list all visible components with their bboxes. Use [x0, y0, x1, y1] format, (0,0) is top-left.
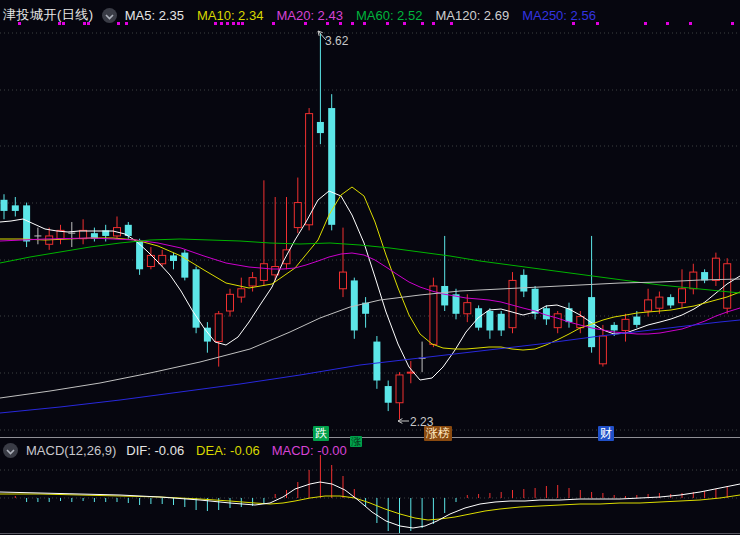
macd-indicator-title: MACD(12,26,9) [26, 443, 116, 458]
macd-header: MACD(12,26,9) DIF: -0.06DEA: -0.06MACD: … [3, 441, 359, 459]
macd-legend: DIF: -0.06DEA: -0.06MACD: -0.00 [126, 443, 359, 458]
marquee-label[interactable]: 财 [598, 426, 614, 441]
ma-legend-item-2: MA20: 2.43 [276, 8, 343, 23]
price-annotation: 3.62 [325, 34, 349, 48]
macd-legend-item-2: MACD: -0.00 [272, 443, 347, 458]
macd-legend-item-1: DEA: -0.06 [196, 443, 260, 458]
ma-legend-item-0: MA5: 2.35 [125, 8, 184, 23]
chevron-down-icon [6, 443, 15, 458]
stock-title: 津投城开(日线) [3, 6, 94, 24]
ma-legend: MA5: 2.35MA10: 2.34MA20: 2.43MA60: 2.52M… [125, 8, 609, 23]
ma-legend-item-1: MA10: 2.34 [197, 8, 264, 23]
ma-legend-item-4: MA120: 2.69 [435, 8, 509, 23]
stock-chart-window: 3.622.23 津投城开(日线) MA5: 2.35MA10: 2.34MA2… [0, 0, 740, 535]
chevron-down-icon [105, 8, 114, 23]
marquee-label[interactable]: 跌 [313, 426, 329, 441]
ma-legend-item-5: MA250: 2.56 [522, 8, 596, 23]
marquee-label[interactable]: 涨榜 [424, 426, 452, 441]
main-chart-header: 津投城开(日线) MA5: 2.35MA10: 2.34MA20: 2.43MA… [3, 5, 609, 25]
collapse-indicator-button[interactable] [3, 443, 18, 458]
macd-legend-item-0: DIF: -0.06 [126, 443, 184, 458]
collapse-indicator-button[interactable] [102, 8, 117, 23]
ma-legend-item-3: MA60: 2.52 [356, 8, 423, 23]
marquee-label[interactable]: 涨 [350, 436, 362, 447]
panel-separator[interactable] [0, 437, 740, 438]
bottom-border [0, 533, 740, 534]
